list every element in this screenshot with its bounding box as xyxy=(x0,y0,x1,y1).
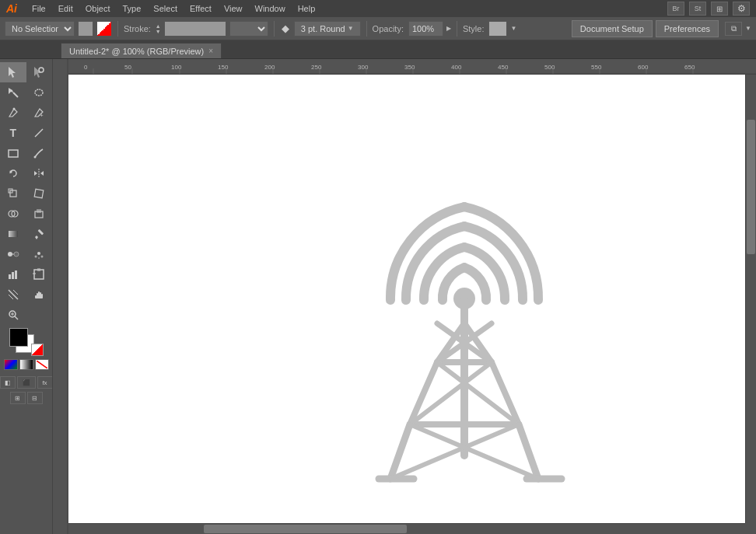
style-arrow[interactable]: ▼ xyxy=(510,25,516,32)
magic-wand-btn[interactable] xyxy=(0,82,26,103)
layers-icon[interactable]: ⊞ xyxy=(10,392,26,404)
svg-rect-23 xyxy=(38,229,44,236)
rotate-btn[interactable] xyxy=(0,163,26,183)
stroke-arrows[interactable]: ▲▼ xyxy=(156,23,161,34)
scroll-corner xyxy=(745,523,756,534)
menu-type[interactable]: Type xyxy=(117,2,147,15)
eyedropper-btn[interactable] xyxy=(26,224,53,244)
svg-rect-32 xyxy=(9,274,11,279)
artboard-btn[interactable] xyxy=(26,264,53,284)
stroke-color-swatch[interactable] xyxy=(96,21,112,37)
tool-row-8 xyxy=(0,204,52,224)
shape-builder-btn[interactable] xyxy=(0,204,26,224)
divider-3 xyxy=(366,21,367,37)
effect-icon[interactable]: fx xyxy=(37,376,53,389)
menu-edit[interactable]: Edit xyxy=(53,2,79,15)
pen-btn[interactable] xyxy=(0,103,26,123)
svg-marker-4 xyxy=(9,88,13,94)
tool-row-2 xyxy=(0,82,52,103)
style-swatch[interactable] xyxy=(488,21,507,37)
menu-effect[interactable]: Effect xyxy=(184,2,217,15)
scroll-thumb-vertical[interactable] xyxy=(747,120,755,254)
svg-point-2 xyxy=(39,68,44,72)
tool-row-11 xyxy=(0,264,52,284)
workspace-icon[interactable]: ⊞ xyxy=(711,2,728,16)
lasso-btn[interactable] xyxy=(26,82,53,103)
fill-color-swatch[interactable] xyxy=(9,328,28,347)
selection-tool-btn[interactable] xyxy=(0,62,26,82)
opacity-input[interactable] xyxy=(408,21,443,37)
svg-point-31 xyxy=(38,257,40,259)
add-anchor-btn[interactable]: + xyxy=(26,103,53,123)
menu-bar: Ai File Edit Object Type Select Effect V… xyxy=(0,0,756,17)
stroke-round-btn[interactable]: 3 pt. Round ▼ xyxy=(294,21,361,37)
svg-rect-46 xyxy=(35,295,43,298)
type-btn[interactable]: T xyxy=(0,123,26,143)
menu-window[interactable]: Window xyxy=(250,2,291,15)
free-transform-btn[interactable] xyxy=(26,183,53,204)
scale-btn[interactable] xyxy=(0,183,26,204)
color-icon[interactable] xyxy=(4,359,18,370)
none-swatch[interactable] xyxy=(31,344,44,356)
bridge-icon[interactable]: Br xyxy=(667,2,684,16)
symbol-sprayer-btn[interactable] xyxy=(26,244,53,264)
document-setup-button[interactable]: Document Setup xyxy=(572,20,653,37)
opacity-arrow[interactable]: ▶ xyxy=(446,25,451,32)
tab-close-button[interactable]: × xyxy=(208,47,213,55)
stroke-width-icon[interactable]: ⬛ xyxy=(17,376,36,389)
preferences-button[interactable]: Preferences xyxy=(656,20,719,37)
scroll-thumb-horizontal[interactable] xyxy=(204,525,407,533)
app-logo: Ai xyxy=(3,2,20,15)
blend-btn[interactable] xyxy=(0,244,26,264)
gradient-icon[interactable] xyxy=(19,359,33,370)
document-tab[interactable]: Untitled-2* @ 100% (RGB/Preview) × xyxy=(61,43,222,58)
live-paint-btn[interactable] xyxy=(26,204,53,224)
menu-file[interactable]: File xyxy=(26,2,51,15)
slice-btn[interactable] xyxy=(0,284,26,305)
menu-view[interactable]: View xyxy=(219,2,248,15)
none-icon[interactable] xyxy=(35,359,49,370)
tool-row-3: + xyxy=(0,103,52,123)
canvas-document xyxy=(68,75,748,526)
stock-icon[interactable]: St xyxy=(689,2,706,16)
divider-4 xyxy=(457,21,457,37)
bottom-icon-row-1: ◧ ⬛ fx xyxy=(0,376,53,389)
svg-point-10 xyxy=(34,156,37,159)
stroke-dropdown-arrow[interactable]: ▼ xyxy=(348,25,354,32)
menu-select[interactable]: Select xyxy=(148,2,183,15)
line-btn[interactable] xyxy=(26,123,53,143)
stroke-label: Stroke: xyxy=(124,24,151,33)
selection-dropdown[interactable]: No Selection xyxy=(5,21,75,37)
svg-rect-21 xyxy=(37,209,41,213)
opacity-label: Opacity: xyxy=(373,24,404,33)
opacity-icon[interactable]: ◧ xyxy=(0,376,16,389)
scrollbar-vertical[interactable] xyxy=(745,75,756,523)
reflect-btn[interactable] xyxy=(26,163,53,183)
arrange-icon[interactable]: ⧉ xyxy=(725,22,742,36)
rect-btn[interactable] xyxy=(0,143,26,163)
svg-rect-17 xyxy=(34,189,44,198)
zoom-btn[interactable] xyxy=(0,305,26,325)
arrange-arrow[interactable]: ▼ xyxy=(745,25,751,32)
scrollbar-horizontal[interactable] xyxy=(68,523,745,534)
menu-help[interactable]: Help xyxy=(292,2,321,15)
svg-text:50: 50 xyxy=(124,64,131,71)
gradient-btn[interactable] xyxy=(0,224,26,244)
fill-swatch[interactable] xyxy=(78,21,93,37)
direct-selection-tool-btn[interactable] xyxy=(26,62,53,82)
svg-marker-14 xyxy=(40,171,44,176)
svg-point-26 xyxy=(14,252,19,257)
hand-btn[interactable] xyxy=(26,284,53,305)
stroke-style-select[interactable] xyxy=(229,21,268,37)
svg-text:+: + xyxy=(40,112,44,119)
sync-icon[interactable]: ⚙ xyxy=(733,2,750,16)
top-right-icons: Br St ⊞ ⚙ xyxy=(667,2,750,16)
svg-rect-22 xyxy=(9,231,18,237)
arrange-layers-icon[interactable]: ⊟ xyxy=(27,392,43,404)
svg-marker-0 xyxy=(9,67,16,78)
svg-text:200: 200 xyxy=(264,64,275,71)
menu-object[interactable]: Object xyxy=(80,2,116,15)
pencil-btn[interactable] xyxy=(26,143,53,163)
column-graph-btn[interactable] xyxy=(0,264,26,284)
svg-point-6 xyxy=(12,108,15,110)
